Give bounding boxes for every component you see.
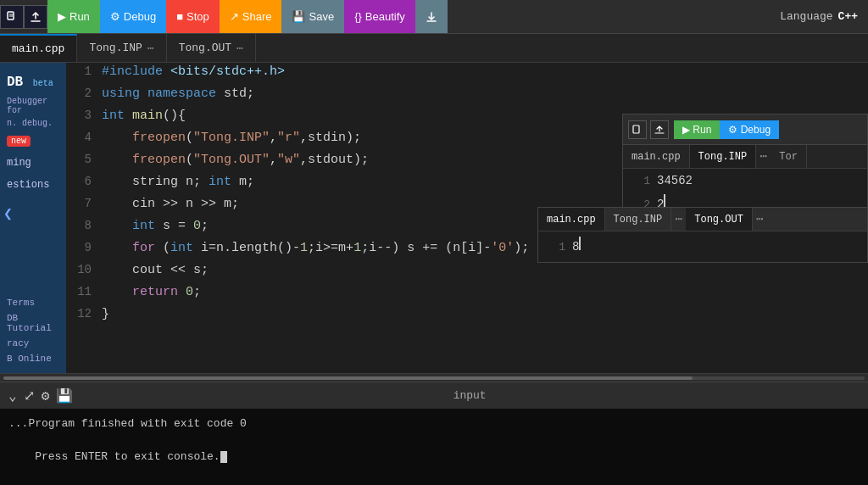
sidebar-logo: DB: [7, 75, 23, 90]
sidebar-db-tutorial[interactable]: DB Tutorial: [0, 310, 66, 336]
debug-icon: ⚙: [110, 10, 120, 23]
panel-mid-content: 1 8: [538, 231, 867, 262]
code-line-1: 1 #include <bits/stdc++.h>: [66, 63, 868, 85]
settings-icon[interactable]: ⚙: [42, 387, 50, 404]
sidebar-privacy[interactable]: racy: [0, 336, 66, 351]
console-line-2: Press ENTER to exit console.: [8, 432, 860, 482]
code-line-2: 2 using namespace std;: [66, 85, 868, 107]
code-editor[interactable]: 1 #include <bits/stdc++.h> 2 using names…: [66, 63, 868, 373]
panel-run-button[interactable]: ▶ Run: [674, 120, 720, 139]
svg-rect-3: [633, 125, 639, 133]
run-button[interactable]: ▶ Run: [47, 0, 100, 33]
bottom-toolbar: ⌄ ⤢ ⚙ 💾 input: [0, 382, 868, 409]
share-icon: ↗: [230, 10, 239, 23]
panel-inp-line-1: 1 34562: [632, 174, 859, 194]
language-selector[interactable]: Language C++: [770, 10, 868, 23]
panel-right-tab-bar: main.cpp Tong.INP ⋯ Tor: [623, 145, 867, 169]
cursor: [664, 194, 665, 208]
sidebar-terms[interactable]: Terms: [0, 295, 66, 310]
scrollbar-track[interactable]: [3, 376, 865, 380]
sidebar-db-online[interactable]: B Online: [0, 351, 66, 366]
download-button[interactable]: [415, 0, 448, 33]
panel-out-line-1: 1 8: [547, 237, 859, 257]
bottom-input-label: input: [80, 389, 860, 402]
stop-icon: ■: [176, 10, 183, 23]
console-output: ...Program finished with exit code 0 Pre…: [0, 409, 868, 485]
sidebar: DB beta Debugger for n. debug. new ming …: [0, 63, 66, 373]
code-line-11: 11 return 0;: [66, 283, 868, 305]
main-content-area: DB beta Debugger for n. debug. new ming …: [0, 63, 868, 373]
panel-mid-tab-tong-inp[interactable]: Tong.INP: [605, 208, 672, 231]
panel-upload-icon[interactable]: [650, 120, 669, 139]
sidebar-footer: Terms DB Tutorial racy B Online: [0, 295, 66, 366]
cursor2: [579, 237, 581, 250]
share-button[interactable]: ↗ Share: [220, 0, 282, 33]
panel-mid-tab-bar: main.cpp Tong.INP ⋯ Tong.OUT ⋯: [538, 208, 867, 231]
panel-mid-tab-tong-out[interactable]: Tong.OUT: [686, 208, 753, 231]
new-file-button[interactable]: [0, 5, 24, 29]
panel-inp-right: ▶ Run ⚙ Debug main.cpp Tong.INP ⋯ Tor 1 …: [622, 114, 868, 220]
save-console-icon[interactable]: 💾: [56, 387, 73, 404]
tab-dots-inp[interactable]: ⋯: [147, 42, 154, 55]
save-button[interactable]: 💾 Save: [281, 0, 344, 33]
beautify-icon: {}: [354, 10, 362, 23]
code-line-10: 10 cout << s;: [66, 261, 868, 283]
panel-mid-dots2[interactable]: ⋯: [753, 211, 767, 227]
panel-right-toolbar: ▶ Run ⚙ Debug: [623, 114, 867, 145]
tab-main-cpp[interactable]: main.cpp: [0, 34, 77, 62]
code-line-12: 12 }: [66, 305, 868, 327]
panel-out-mid: main.cpp Tong.INP ⋯ Tong.OUT ⋯ 1 8: [537, 207, 868, 263]
save-icon: 💾: [292, 10, 305, 23]
chevron-down-icon[interactable]: ⌄: [8, 387, 17, 404]
beautify-button[interactable]: {} Beautify: [344, 0, 415, 33]
panel-mid-tab-main-cpp[interactable]: main.cpp: [538, 208, 605, 231]
expand-icon[interactable]: ⤢: [24, 387, 35, 404]
panel-tab-dots[interactable]: ⋯: [756, 148, 771, 164]
sidebar-item-programming[interactable]: ming: [0, 152, 66, 174]
tab-tong-out[interactable]: Tong.OUT ⋯: [167, 34, 256, 62]
sidebar-collapse-button[interactable]: ❮: [0, 196, 16, 231]
debug-button[interactable]: ⚙ Debug: [100, 0, 166, 33]
run-icon: ▶: [58, 10, 66, 23]
panel-debug-button[interactable]: ⚙ Debug: [720, 120, 779, 139]
console-cursor: [220, 451, 227, 463]
new-badge: new: [7, 136, 31, 147]
sidebar-item-new[interactable]: new: [0, 130, 66, 152]
panel-mid-dots[interactable]: ⋯: [671, 211, 686, 227]
sidebar-debug-label: n. debug.: [0, 117, 59, 130]
editor-tab-bar: main.cpp Tong.INP ⋯ Tong.OUT ⋯: [0, 34, 868, 63]
panel-tab-tor[interactable]: Tor: [771, 145, 807, 168]
sidebar-beta: beta: [33, 79, 53, 88]
horizontal-scrollbar[interactable]: [0, 373, 868, 382]
upload-button[interactable]: [24, 5, 47, 29]
panel-new-icon[interactable]: [628, 120, 647, 139]
tab-dots-out[interactable]: ⋯: [236, 42, 243, 55]
sidebar-debugger-label: Debugger for: [0, 95, 66, 117]
sidebar-item-questions[interactable]: estions: [0, 174, 66, 196]
panel-tab-tong-inp[interactable]: Tong.INP: [690, 145, 757, 168]
console-line-1: ...Program finished with exit code 0: [8, 415, 860, 432]
stop-button[interactable]: ■ Stop: [166, 0, 220, 33]
scrollbar-thumb[interactable]: [3, 376, 693, 380]
tab-tong-inp[interactable]: Tong.INP ⋯: [77, 34, 166, 62]
panel-tab-main-cpp[interactable]: main.cpp: [623, 145, 690, 168]
main-toolbar: ▶ Run ⚙ Debug ■ Stop ↗ Share 💾 Save {} B…: [0, 0, 868, 34]
